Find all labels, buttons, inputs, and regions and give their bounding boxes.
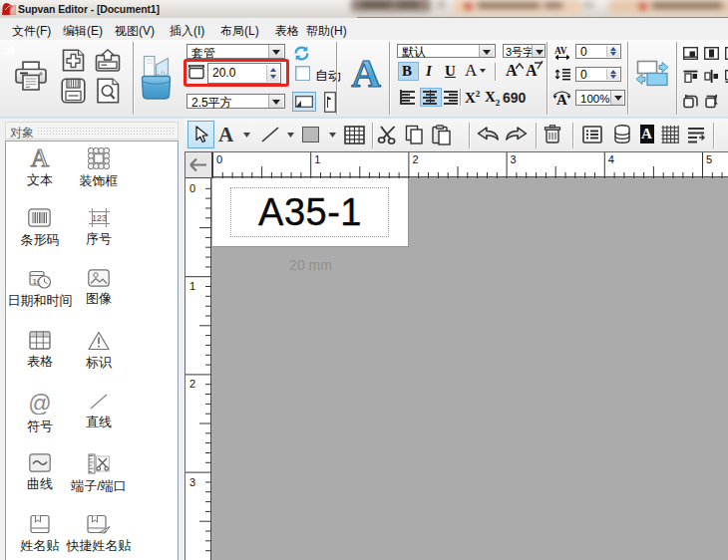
svg-text:1: 1	[314, 153, 320, 165]
svg-text:3: 3	[511, 153, 517, 165]
svg-text:0: 0	[216, 153, 222, 165]
svg-text:A: A	[556, 92, 567, 106]
svg-text:1: 1	[189, 280, 195, 292]
svg-text:A: A	[31, 147, 50, 168]
svg-text:123: 123	[91, 213, 106, 223]
svg-text:5: 5	[706, 153, 712, 165]
svg-text:@: @	[29, 393, 51, 415]
svg-text:2: 2	[189, 378, 195, 390]
svg-text:3: 3	[189, 476, 195, 488]
svg-text:4: 4	[608, 153, 614, 165]
svg-text:0: 0	[189, 182, 195, 194]
svg-text:AV: AV	[554, 46, 567, 56]
svg-text:2: 2	[412, 153, 418, 165]
svg-text:A: A	[351, 50, 381, 93]
